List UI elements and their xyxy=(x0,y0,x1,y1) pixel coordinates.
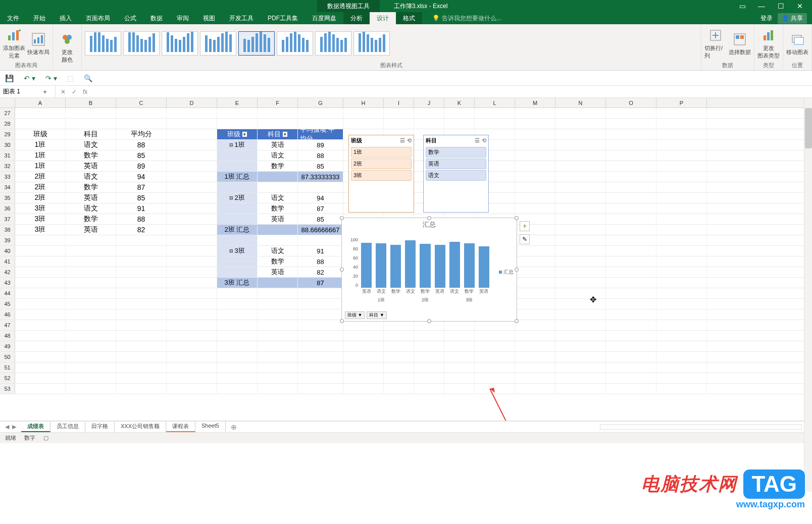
cell[interactable] xyxy=(66,256,116,267)
cell[interactable] xyxy=(515,108,555,118)
cell[interactable] xyxy=(298,384,343,394)
cell[interactable]: 87 xyxy=(116,182,167,192)
cell[interactable] xyxy=(444,320,475,330)
cell[interactable]: 85 xyxy=(298,214,343,224)
new-sheet-button[interactable]: ⊕ xyxy=(226,423,242,431)
cell[interactable] xyxy=(298,362,343,373)
cell[interactable] xyxy=(217,362,258,373)
cell[interactable]: 1班 汇总 xyxy=(217,172,258,182)
cell[interactable] xyxy=(414,384,444,394)
cell[interactable] xyxy=(116,288,167,298)
cell[interactable] xyxy=(656,193,707,203)
cell[interactable] xyxy=(298,373,343,383)
row-header[interactable]: 41 xyxy=(0,256,15,267)
cell[interactable] xyxy=(343,373,384,383)
chart-style-thumb[interactable] xyxy=(277,31,313,56)
slicer-item[interactable]: 2班 xyxy=(351,159,412,169)
cell[interactable] xyxy=(167,299,217,309)
cell[interactable]: 2班 汇总 xyxy=(217,225,258,235)
row-header[interactable]: 27 xyxy=(0,108,15,118)
save-icon[interactable]: 💾 xyxy=(5,74,14,82)
cell[interactable] xyxy=(298,288,343,298)
column-header[interactable]: F xyxy=(258,98,298,108)
cell[interactable] xyxy=(656,129,707,139)
multi-select-icon[interactable]: ☰ xyxy=(475,137,480,144)
cell[interactable]: 91 xyxy=(298,246,343,256)
cell[interactable] xyxy=(515,140,555,150)
cell[interactable] xyxy=(116,341,167,351)
cell[interactable] xyxy=(343,341,384,351)
multi-select-icon[interactable]: ☰ xyxy=(400,137,405,144)
cell[interactable] xyxy=(515,352,555,362)
tab-page-layout[interactable]: 页面布局 xyxy=(79,12,117,24)
cell[interactable] xyxy=(217,214,258,224)
cell[interactable]: 94 xyxy=(116,172,167,182)
cell[interactable] xyxy=(515,161,555,171)
cell[interactable] xyxy=(606,203,656,214)
tab-format[interactable]: 格式 xyxy=(396,12,422,24)
column-header[interactable]: P xyxy=(656,98,707,108)
change-colors-button[interactable]: 更改 颜色 xyxy=(56,31,78,64)
cell[interactable] xyxy=(116,352,167,362)
cell[interactable] xyxy=(66,352,116,362)
sheet-tab[interactable]: Sheet5 xyxy=(195,422,226,432)
cell[interactable] xyxy=(656,309,707,320)
cell[interactable] xyxy=(66,320,116,330)
cell[interactable] xyxy=(217,373,258,383)
row-header[interactable]: 31 xyxy=(0,150,15,161)
cell[interactable] xyxy=(444,373,475,383)
cell[interactable]: 数学 xyxy=(258,203,298,214)
cell[interactable] xyxy=(606,341,656,351)
cell[interactable]: 平均分 xyxy=(116,129,167,139)
cell[interactable] xyxy=(656,320,707,330)
cell[interactable] xyxy=(217,235,258,245)
row-header[interactable]: 48 xyxy=(0,331,15,341)
cell[interactable] xyxy=(444,108,475,118)
column-header[interactable]: B xyxy=(66,98,116,108)
cell[interactable] xyxy=(606,172,656,182)
cell[interactable] xyxy=(217,119,258,129)
cell[interactable] xyxy=(217,309,258,320)
row-header[interactable]: 52 xyxy=(0,373,15,383)
cell[interactable] xyxy=(475,331,515,341)
cell[interactable] xyxy=(656,299,707,309)
cell[interactable] xyxy=(66,288,116,298)
cell[interactable] xyxy=(217,320,258,330)
cell[interactable] xyxy=(258,320,298,330)
cell[interactable] xyxy=(15,256,66,267)
cell[interactable] xyxy=(384,384,414,394)
slicer-item[interactable]: 1班 xyxy=(351,147,412,158)
tell-me-search[interactable]: 💡 告诉我您想要做什么... xyxy=(422,12,501,24)
cell[interactable] xyxy=(258,182,298,192)
vertical-scrollbar[interactable] xyxy=(804,98,812,492)
slicer-class[interactable]: 班级 ☰⟲ 1班2班3班 xyxy=(348,135,414,213)
share-button[interactable]: 👤 共享 xyxy=(778,13,807,24)
cell[interactable] xyxy=(384,320,414,330)
cell[interactable] xyxy=(343,320,384,330)
cell[interactable] xyxy=(258,362,298,373)
clear-filter-icon[interactable]: ⟲ xyxy=(407,137,412,144)
cell[interactable] xyxy=(656,331,707,341)
cell[interactable]: 英语 xyxy=(66,225,116,235)
cell[interactable] xyxy=(515,256,555,267)
cell[interactable] xyxy=(555,150,606,161)
cell[interactable]: 班级 xyxy=(15,129,66,139)
redo-icon[interactable]: ↷ ▾ xyxy=(45,74,57,82)
cell[interactable]: 数学 xyxy=(66,182,116,192)
cell[interactable] xyxy=(555,256,606,267)
cell[interactable]: 94 xyxy=(298,193,343,203)
chart-style-thumb[interactable] xyxy=(123,31,160,56)
cell[interactable]: 3班 xyxy=(15,225,66,235)
cell[interactable] xyxy=(656,203,707,214)
cell[interactable] xyxy=(116,119,167,129)
row-header[interactable]: 35 xyxy=(0,193,15,203)
cell[interactable] xyxy=(515,341,555,351)
cell[interactable] xyxy=(555,119,606,129)
cell[interactable] xyxy=(116,331,167,341)
chart-styles-button[interactable]: ✎ xyxy=(520,234,530,244)
cell[interactable] xyxy=(258,299,298,309)
cell[interactable]: 88.66666667 xyxy=(298,225,343,235)
cell[interactable] xyxy=(414,331,444,341)
cell[interactable] xyxy=(656,150,707,161)
cell[interactable] xyxy=(515,193,555,203)
